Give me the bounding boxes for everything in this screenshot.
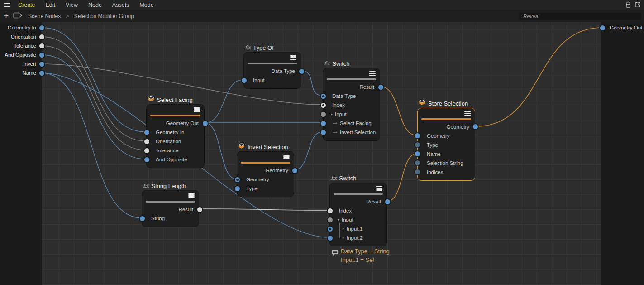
port-row-string: String [142, 214, 199, 223]
menu-item-assets[interactable]: Assets [112, 2, 129, 8]
port-label: Geometry [447, 124, 470, 130]
port-select-facing-out-geometry-out[interactable] [203, 121, 208, 126]
port-select-facing-in-tolerance[interactable] [144, 148, 149, 153]
port-tolerance[interactable] [39, 43, 44, 48]
port-switch-in-select-facing[interactable] [321, 121, 326, 126]
node-menu-icon[interactable] [194, 107, 200, 112]
port-string-length-out-result[interactable] [197, 207, 202, 212]
node-ports: Geometry OutGeometry InOrientationTolera… [147, 119, 204, 164]
menu-item-edit[interactable]: Edit [46, 2, 56, 8]
wire-store-selection-out-geometry--out-geometry-out[interactable] [476, 28, 602, 126]
port-label: Select Facing [340, 121, 372, 126]
group-input-label-orientation: Orientation [0, 33, 36, 40]
port-select-facing-in-geometry-in[interactable] [144, 130, 149, 135]
port-switch-out-result[interactable] [385, 199, 390, 204]
node-title: f:xSwitch [331, 174, 357, 182]
port-switch-in-data-type[interactable] [321, 94, 326, 99]
node-type-of[interactable]: f:xType OfData TypeInput [243, 52, 301, 89]
cube-icon [148, 96, 154, 104]
wire-select-facing-out-geometry-out--type-of-in-input[interactable] [205, 80, 243, 123]
plus-icon[interactable]: + [4, 11, 9, 20]
node-menu-icon[interactable] [290, 55, 296, 60]
wire-switch-bottom-out-result--store-selection-in-name[interactable] [387, 154, 417, 201]
node-color-stripe [248, 63, 297, 64]
wire-string-length-out-result--switch-bottom-in-index[interactable] [200, 209, 329, 210]
menu-item-mode[interactable]: Mode [139, 2, 153, 8]
node-switch[interactable]: f:xSwitchResultIndex▾InputInput.1Input.2 [329, 183, 387, 246]
wire-select-facing-out-geometry-out--invert-selection-in-geometry[interactable] [205, 123, 236, 179]
port-select-facing-in-and-opposite[interactable] [144, 157, 149, 162]
port-switch-in-input-1[interactable] [328, 227, 333, 232]
port-invert-selection-in-geometry[interactable] [235, 177, 240, 182]
port-geometry-in[interactable] [39, 25, 44, 30]
port-label: Type [427, 142, 438, 148]
breadcrumb-current[interactable]: Selection Modifier Group [74, 13, 134, 19]
node-store-selection[interactable]: Store SelectionGeometryGeometryTypeNameS… [417, 108, 475, 181]
node-title-label: String Length [151, 183, 186, 189]
port-row-geometry: Geometry [418, 122, 475, 131]
port-switch-in-input[interactable] [328, 217, 333, 222]
expander-icon[interactable]: ▾ [331, 112, 333, 116]
port-store-selection-in-name[interactable] [415, 151, 420, 156]
node-annotation: Data Type = StringInput.1 = Sel [332, 247, 390, 264]
hamburger-icon[interactable] [4, 3, 10, 8]
port-switch-in-index[interactable] [321, 103, 326, 108]
node-menu-icon[interactable] [376, 186, 382, 191]
port-row-input-2: Input.2 [330, 233, 386, 242]
port-switch-in-index[interactable] [328, 208, 333, 213]
port-switch-in-invert-selection[interactable] [321, 130, 326, 135]
node-menu-icon[interactable] [188, 193, 195, 198]
port-label: Geometry In [156, 130, 184, 135]
port-row-tolerance: Tolerance [147, 146, 204, 155]
port-store-selection-in-geometry[interactable] [415, 133, 420, 138]
pop-out-icon[interactable] [634, 1, 641, 8]
node-ports: ResultIndex▾InputInput.1Input.2 [330, 197, 386, 242]
port-switch-in-input-2[interactable] [328, 236, 333, 241]
node-select-facing[interactable]: Select FacingGeometry OutGeometry InOrie… [146, 104, 205, 168]
port-name[interactable] [39, 71, 44, 76]
wire-in-orientation--select-facing-in-orientation[interactable] [42, 37, 146, 141]
port-store-selection-in-selection-string[interactable] [415, 160, 420, 165]
port-switch-in-input[interactable] [321, 112, 326, 117]
wire-in-and-opposite--select-facing-in-and-opposite[interactable] [42, 55, 146, 159]
port-type-of-in-input[interactable] [242, 78, 247, 83]
wire-in-geometry-in--select-facing-in-geometry-in[interactable] [42, 28, 146, 132]
port-label: Geometry [427, 133, 450, 139]
port-type-of-out-data-type[interactable] [299, 69, 304, 74]
menu-item-view[interactable]: View [66, 2, 78, 8]
wire-in-tolerance--select-facing-in-tolerance[interactable] [42, 46, 146, 150]
node-title: f:xSwitch [324, 59, 350, 68]
port-store-selection-in-indices[interactable] [415, 169, 420, 174]
unlock-icon[interactable] [625, 1, 631, 8]
node-menu-icon[interactable] [283, 155, 290, 159]
port-switch-out-result[interactable] [378, 85, 383, 90]
port-row-index: Index [330, 206, 386, 215]
group-shape-icon[interactable] [13, 12, 23, 20]
port-invert[interactable] [39, 62, 44, 67]
port-store-selection-out-geometry[interactable] [473, 124, 478, 129]
node-menu-icon[interactable] [464, 111, 471, 116]
port-row-select-facing: Select Facing [323, 119, 380, 128]
port-and-opposite[interactable] [39, 53, 44, 58]
node-switch[interactable]: f:xSwitchResultData TypeIndex▾InputSelec… [323, 68, 380, 141]
menu-item-node[interactable]: Node [88, 2, 102, 8]
node-menu-icon[interactable] [369, 71, 376, 76]
wire-in-name--string-length-in-string[interactable] [42, 73, 141, 218]
port-select-facing-in-orientation[interactable] [144, 139, 149, 144]
wire-type-of-out-data-type--switch-top-in-data-type[interactable] [301, 71, 322, 96]
node-invert-selection[interactable]: Invert SelectionGeometryGeometryType [237, 151, 294, 197]
expander-icon[interactable]: ▾ [338, 218, 339, 222]
port-geometry-out[interactable] [600, 25, 605, 30]
port-orientation[interactable] [39, 34, 44, 39]
wire-invert-selection-out-geometry--switch-top-in-invert-selection[interactable] [295, 132, 322, 170]
port-store-selection-in-type[interactable] [415, 142, 420, 147]
port-invert-selection-out-geometry[interactable] [292, 168, 297, 173]
port-string-length-in-string[interactable] [140, 216, 145, 221]
menu-item-create[interactable]: Create [18, 2, 35, 8]
node-string-length[interactable]: f:xString LengthResultString [142, 190, 199, 227]
wire-switch-top-out-result--store-selection-in-geometry[interactable] [381, 87, 417, 135]
reveal-search-input[interactable] [519, 13, 641, 20]
port-invert-selection-in-type[interactable] [235, 186, 240, 191]
breadcrumb-root[interactable]: Scene Nodes [28, 13, 61, 19]
node-title: f:xType Of [245, 43, 274, 52]
